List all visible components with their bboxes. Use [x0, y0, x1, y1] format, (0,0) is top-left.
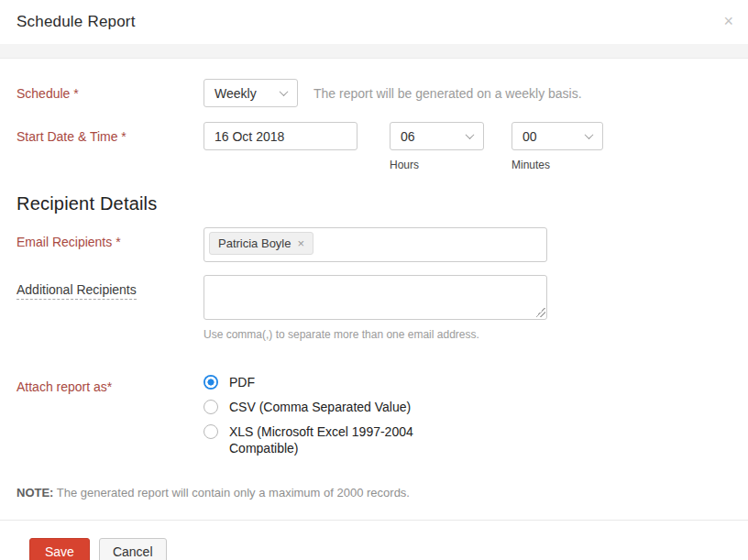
page-title: Schedule Report: [16, 13, 136, 31]
note-prefix: NOTE:: [16, 486, 53, 500]
radio-option-xls[interactable]: XLS (Microsoft Excel 1997-2004 Compatibl…: [204, 423, 478, 456]
textarea-wrapper: [204, 275, 547, 320]
radio-option-label: PDF: [229, 374, 255, 390]
recipient-details-heading: Recipient Details: [16, 193, 732, 214]
note-line: NOTE: The generated report will contain …: [16, 486, 732, 500]
additional-recipients-label: Additional Recipients: [16, 275, 204, 297]
chevron-down-icon: [466, 130, 475, 139]
radio-unselected-icon[interactable]: [204, 400, 218, 414]
hours-caption: Hours: [390, 159, 484, 171]
cancel-button[interactable]: Cancel: [99, 538, 167, 560]
recipient-chip-name: Patricia Boyle: [218, 236, 291, 250]
schedule-label: Schedule *: [16, 79, 204, 101]
additional-recipients-field: Use comma(,) to separate more than one e…: [204, 275, 547, 341]
chip-remove-icon[interactable]: ×: [297, 236, 304, 250]
email-recipients-label: Email Recipients *: [16, 227, 204, 249]
note-text: The generated report will contain only a…: [53, 486, 410, 500]
additional-recipients-textarea[interactable]: [204, 275, 547, 320]
start-datetime-label: Start Date & Time *: [16, 122, 204, 144]
email-recipients-row: Email Recipients * Patricia Boyle ×: [16, 227, 732, 262]
hours-column: 06 Hours: [390, 122, 484, 171]
minutes-column: 00 Minutes: [512, 122, 603, 171]
save-button[interactable]: Save: [29, 538, 90, 560]
email-recipients-input[interactable]: Patricia Boyle ×: [204, 227, 547, 262]
additional-recipients-row: Additional Recipients Use comma(,) to se…: [16, 275, 732, 341]
schedule-select-value: Weekly: [214, 86, 257, 101]
radio-option-label: XLS (Microsoft Excel 1997-2004 Compatibl…: [229, 423, 478, 456]
radio-unselected-icon[interactable]: [204, 424, 218, 439]
schedule-row: Schedule * Weekly The report will be gen…: [16, 79, 732, 107]
additional-recipients-label-text: Additional Recipients: [16, 282, 137, 300]
schedule-select[interactable]: Weekly: [204, 79, 298, 107]
minutes-caption: Minutes: [512, 159, 603, 171]
additional-recipients-help: Use comma(,) to separate more than one e…: [204, 328, 547, 341]
attach-report-label: Attach report as*: [16, 372, 204, 394]
attach-report-row: Attach report as* PDF CSV (Comma Separat…: [16, 372, 732, 465]
start-datetime-row: Start Date & Time * 06 Hours 00 Minutes: [16, 122, 732, 171]
minutes-select[interactable]: 00: [512, 122, 603, 150]
dialog-footer: Save Cancel: [0, 521, 748, 560]
recipient-chip: Patricia Boyle ×: [209, 232, 314, 255]
hours-select-value: 06: [401, 129, 415, 144]
dialog-header: Schedule Report ×: [0, 0, 748, 44]
hours-select[interactable]: 06: [390, 122, 484, 150]
start-date-input[interactable]: [204, 122, 358, 150]
header-divider-band: [0, 44, 748, 59]
attach-format-radio-group: PDF CSV (Comma Separated Value) XLS (Mic…: [204, 372, 478, 465]
radio-option-label: CSV (Comma Separated Value): [229, 399, 411, 415]
radio-option-pdf[interactable]: PDF: [204, 374, 478, 390]
minutes-select-value: 00: [522, 129, 537, 144]
chevron-down-icon: [585, 130, 594, 139]
radio-option-csv[interactable]: CSV (Comma Separated Value): [204, 399, 478, 415]
chevron-down-icon: [280, 87, 289, 96]
schedule-help-text: The report will be generated on a weekly…: [314, 79, 582, 101]
schedule-report-form: Schedule * Weekly The report will be gen…: [0, 59, 748, 500]
close-icon[interactable]: ×: [723, 13, 733, 29]
radio-selected-icon[interactable]: [204, 375, 218, 390]
